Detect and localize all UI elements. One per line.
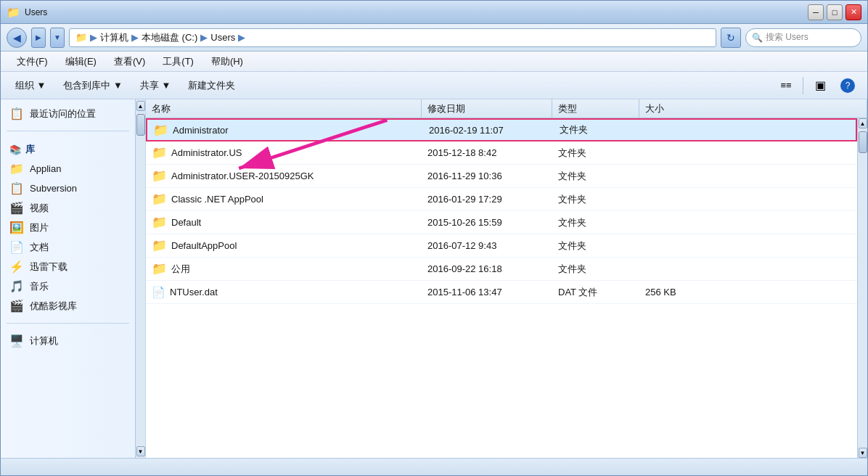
folder-icon: 📁 [152,261,167,276]
scrollbar-up-arrow[interactable]: ▲ [136,101,145,111]
table-row[interactable]: 📁 Administrator.USER-20150925GK 2016-11-… [146,165,857,188]
window-title: Users [25,7,47,17]
sidebar-item-documents[interactable]: 📄 文档 [1,237,135,257]
file-type: 文件夹 [552,147,639,160]
file-date: 2016-01-29 17:29 [422,194,552,205]
path-arrow-1: ▶ [90,32,97,43]
close-button[interactable]: ✕ [846,4,861,20]
file-scrollbar-thumb[interactable] [859,131,867,153]
pictures-label: 图片 [30,221,49,234]
table-row[interactable]: 📁 DefaultAppPool 2016-07-12 9:43 文件夹 [146,234,857,258]
file-size: 256 KB [639,287,857,298]
sidebar-item-computer[interactable]: 🖥️ 计算机 [1,331,135,350]
file-scrollbar[interactable]: ▲ ▼ [857,118,867,458]
file-name: Administrator [173,125,229,136]
organize-button[interactable]: 组织 ▼ [9,76,52,95]
share-button[interactable]: 共享 ▼ [134,76,176,95]
menu-edit[interactable]: 编辑(E) [58,53,104,70]
table-row[interactable]: 📁 公用 2016-09-22 16:18 文件夹 [146,258,857,281]
menu-file[interactable]: 文件(F) [9,53,55,70]
share-label: 共享 ▼ [140,79,171,92]
computer-icon: 🖥️ [9,334,24,348]
table-row[interactable]: 📁 Administrator.US 2015-12-18 8:42 文件夹 [146,141,857,165]
menu-help[interactable]: 帮助(H) [204,53,250,70]
search-box[interactable]: 🔍 搜索 Users [745,28,861,47]
file-date: 2015-12-18 8:42 [422,147,552,158]
table-row[interactable]: 📁 Administrator 2016-02-19 11:07 文件夹 [146,118,857,141]
folder-icon: 📁 [153,123,168,138]
sidebar-divider-1 [7,131,129,131]
path-arrow-4: ▶ [238,32,245,43]
col-type-label: 类型 [558,102,577,115]
folder-icon: 📁 [152,145,167,160]
file-date: 2016-11-29 10:36 [422,171,552,181]
path-arrow-3: ▶ [200,32,208,43]
sidebar-item-youku[interactable]: 🎬 优酷影视库 [1,296,135,316]
new-folder-label: 新建文件夹 [188,79,235,92]
menu-view[interactable]: 查看(V) [107,53,152,70]
file-area: 名称 修改日期 类型 大小 📁 [146,99,867,458]
documents-label: 文档 [30,241,49,254]
col-header-date[interactable]: 修改日期 [422,99,552,118]
thunder-label: 迅雷下载 [30,260,67,274]
menu-file-label: 文件(F) [17,56,48,67]
table-row[interactable]: 📁 Classic .NET AppPool 2016-01-29 17:29 … [146,188,857,211]
recent-icon: 📋 [9,107,24,120]
applian-icon: 📁 [9,162,24,176]
documents-icon: 📄 [9,240,24,254]
preview-button[interactable]: ▣ [809,75,831,96]
sidebar-item-music[interactable]: 🎵 音乐 [1,276,135,296]
scrollbar-thumb[interactable] [136,114,145,136]
sidebar-item-video[interactable]: 🎬 视频 [1,198,135,218]
sidebar-item-pictures[interactable]: 🖼️ 图片 [1,218,135,237]
refresh-button[interactable]: ↻ [721,28,741,48]
table-row[interactable]: 📁 Default 2015-10-26 15:59 文件夹 [146,211,857,234]
col-date-label: 修改日期 [427,102,465,115]
search-icon: 🔍 [752,33,763,43]
table-row[interactable]: 📄 NTUser.dat 2015-11-06 13:47 DAT 文件 256… [146,281,857,304]
file-date: 2016-02-19 11:07 [423,125,554,136]
sidebar-item-thunder[interactable]: ⚡ 迅雷下载 [1,257,135,276]
sidebar-item-recent[interactable]: 📋 最近访问的位置 [1,104,135,123]
file-date: 2016-07-12 9:43 [422,240,552,251]
help-button[interactable]: ? [837,75,859,96]
menu-help-label: 帮助(H) [211,56,243,67]
file-type: 文件夹 [552,170,639,183]
sidebar-content: 📋 最近访问的位置 📚 库 📁 Applian [1,99,135,458]
file-name: DefaultAppPool [171,240,237,251]
menu-edit-label: 编辑(E) [65,56,97,67]
organize-label: 组织 ▼ [15,79,46,92]
sidebar-scrollbar[interactable]: ▲ ▼ [135,99,145,458]
include-library-button[interactable]: 包含到库中 ▼ [57,76,128,95]
file-name: Administrator.USER-20150925GK [171,171,314,181]
file-scrollbar-down[interactable]: ▼ [859,448,867,458]
subversion-icon: 📋 [9,181,24,195]
col-header-name[interactable]: 名称 [146,99,422,118]
view-mode-button[interactable]: ≡≡ [775,75,797,96]
sidebar-item-applian[interactable]: 📁 Applian [1,159,135,178]
back-icon: ◀ [13,32,21,44]
folder-icon: 📁 [152,168,167,184]
file-scrollbar-up[interactable]: ▲ [859,118,867,128]
music-icon: 🎵 [9,279,24,293]
forward-button[interactable]: ▶ [31,28,46,48]
col-header-type[interactable]: 类型 [552,99,639,118]
menu-tools[interactable]: 工具(T) [155,53,201,70]
minimize-button[interactable]: ─ [808,4,824,20]
file-date: 2015-11-06 13:47 [422,287,552,298]
dropdown-button[interactable]: ▼ [50,28,65,48]
scrollbar-down-arrow[interactable]: ▼ [136,446,145,456]
file-list: 📁 Administrator 2016-02-19 11:07 文件夹 📁 A… [146,118,857,458]
file-date: 2015-10-26 15:59 [422,217,552,228]
back-button[interactable]: ◀ [7,28,27,48]
path-segment-2: 本地磁盘 (C:) [142,31,197,44]
address-path[interactable]: 📁 ▶ 计算机 ▶ 本地磁盘 (C:) ▶ Users ▶ [69,28,716,47]
toolbar: 组织 ▼ 包含到库中 ▼ 共享 ▼ 新建文件夹 ≡≡ ▣ ? [1,72,867,99]
library-text: 库 [25,143,35,156]
sidebar-item-subversion[interactable]: 📋 Subversion [1,178,135,198]
file-icon: 📄 [152,286,165,299]
col-header-size[interactable]: 大小 [639,99,867,118]
maximize-button[interactable]: □ [827,4,843,20]
new-folder-button[interactable]: 新建文件夹 [182,76,241,95]
library-section: 📚 库 📁 Applian 📋 Subversion 🎬 [1,134,135,320]
